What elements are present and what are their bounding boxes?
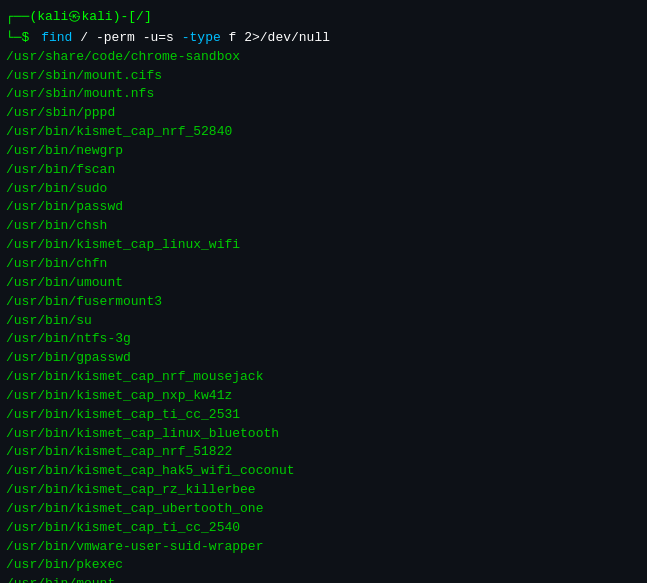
output-line: /usr/bin/newgrp	[6, 142, 641, 161]
output-line: /usr/bin/fusermount3	[6, 293, 641, 312]
output-line: /usr/bin/chsh	[6, 217, 641, 236]
prompt-dir: /	[136, 9, 144, 24]
prompt-user: kali	[37, 9, 68, 24]
prompt-at: ㉿	[68, 9, 81, 24]
output-line: /usr/bin/kismet_cap_nrf_52840	[6, 123, 641, 142]
output-line: /usr/bin/kismet_cap_ti_cc_2540	[6, 519, 641, 538]
output-line: /usr/bin/su	[6, 312, 641, 331]
output-line: /usr/bin/kismet_cap_ubertooth_one	[6, 500, 641, 519]
output-line: /usr/share/code/chrome-sandbox	[6, 48, 641, 67]
output-line: /usr/bin/kismet_cap_nrf_51822	[6, 443, 641, 462]
output-line: /usr/bin/kismet_cap_hak5_wifi_coconut	[6, 462, 641, 481]
cmd-redirect: 2>/dev/null	[244, 30, 330, 45]
output-line: /usr/bin/pkexec	[6, 556, 641, 575]
output-line: /usr/bin/passwd	[6, 198, 641, 217]
cmd-type-value: f	[229, 30, 237, 45]
cmd-path: /	[80, 30, 88, 45]
prompt-bracket-close: )-[	[113, 9, 136, 24]
output-line: /usr/bin/kismet_cap_linux_wifi	[6, 236, 641, 255]
output-line: /usr/bin/kismet_cap_linux_bluetooth	[6, 425, 641, 444]
output-line: /usr/bin/kismet_cap_nrf_mousejack	[6, 368, 641, 387]
output-line: /usr/sbin/pppd	[6, 104, 641, 123]
output-line: /usr/bin/fscan	[6, 161, 641, 180]
cmd-type-flag: -type	[182, 30, 221, 45]
prompt-line-1: ┌──(kali㉿kali)-[/]	[6, 8, 641, 27]
command-line: └─$ find / -perm -u=s -type f 2>/dev/nul…	[6, 29, 641, 48]
terminal-window: ┌──(kali㉿kali)-[/] └─$ find / -perm -u=s…	[0, 0, 647, 583]
cmd-find: find	[41, 30, 72, 45]
output-line: /usr/bin/mount	[6, 575, 641, 583]
prompt-bracket-open: ┌──(	[6, 9, 37, 24]
prompt-host: kali	[81, 9, 112, 24]
prompt-dir-close: ]	[144, 9, 152, 24]
cmd-perm-value: -u=s	[143, 30, 174, 45]
cmd-perm-flag: -perm	[96, 30, 135, 45]
output-line: /usr/bin/kismet_cap_nxp_kw41z	[6, 387, 641, 406]
output-line: /usr/bin/sudo	[6, 180, 641, 199]
output-line: /usr/bin/kismet_cap_ti_cc_2531	[6, 406, 641, 425]
output-line: /usr/bin/chfn	[6, 255, 641, 274]
output-line: /usr/sbin/mount.cifs	[6, 67, 641, 86]
output-line: /usr/bin/ntfs-3g	[6, 330, 641, 349]
output-line: /usr/sbin/mount.nfs	[6, 85, 641, 104]
prompt-symbol: └─$	[6, 30, 29, 45]
output-line: /usr/bin/gpasswd	[6, 349, 641, 368]
output-line: /usr/bin/kismet_cap_rz_killerbee	[6, 481, 641, 500]
output-line: /usr/bin/vmware-user-suid-wrapper	[6, 538, 641, 557]
output-line: /usr/bin/umount	[6, 274, 641, 293]
